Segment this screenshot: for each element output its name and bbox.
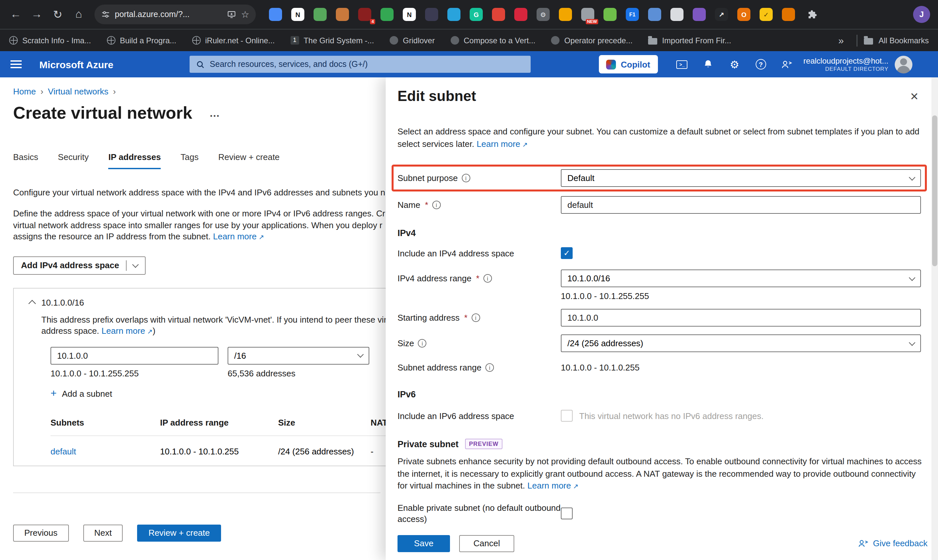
bookmark-item[interactable]: Gridlover <box>390 36 434 45</box>
learn-more-link[interactable]: Learn more↗ <box>213 231 264 241</box>
save-button[interactable]: Save <box>397 535 450 552</box>
extension-icon[interactable]: ✓ <box>759 8 773 21</box>
extension-icon[interactable]: NEW <box>581 8 594 21</box>
page-scrollbar[interactable] <box>932 77 938 560</box>
extensions-puzzle-icon[interactable] <box>802 4 822 25</box>
previous-button[interactable]: Previous <box>13 524 69 541</box>
address-bar[interactable]: portal.azure.com/?... ☆ <box>94 5 256 24</box>
site-settings-tune-icon[interactable] <box>101 10 110 19</box>
chevron-down-icon[interactable] <box>132 261 139 268</box>
cloud-shell-icon[interactable]: >_ <box>672 54 692 74</box>
info-icon[interactable]: i <box>471 314 480 322</box>
search-input[interactable] <box>210 60 524 69</box>
starting-address-label: Starting address * i <box>397 313 561 323</box>
size-select[interactable]: /24 (256 addresses) <box>561 334 921 352</box>
collapse-chevron-icon[interactable] <box>29 300 36 308</box>
address-mask-select[interactable]: /16 <box>228 346 369 364</box>
info-icon[interactable]: i <box>418 339 427 348</box>
azure-avatar[interactable] <box>895 55 913 73</box>
extension-icon[interactable]: N <box>291 8 304 21</box>
extension-icon[interactable]: G <box>470 8 483 21</box>
info-icon[interactable]: i <box>484 274 492 283</box>
give-feedback-link[interactable]: Give feedback <box>858 538 927 548</box>
copilot-button[interactable]: Copilot <box>599 55 658 74</box>
add-ipv4-address-space-button[interactable]: Add IPv4 address space <box>13 256 145 274</box>
home-button[interactable]: ⌂ <box>68 4 89 25</box>
review-create-button[interactable]: Review + create <box>137 524 221 541</box>
bookmark-item[interactable]: Scratch Info - Ima... <box>9 36 91 45</box>
enable-private-subnet-checkbox[interactable] <box>561 507 573 519</box>
private-subnet-learn-more-link[interactable]: Learn more↗ <box>527 481 579 491</box>
cancel-button[interactable]: Cancel <box>459 535 514 552</box>
bookmark-item[interactable]: iRuler.net - Online... <box>192 36 275 45</box>
bookmark-star-icon[interactable]: ☆ <box>241 9 249 20</box>
feedback-icon[interactable] <box>777 54 797 74</box>
extension-icon[interactable]: ⚙ <box>536 8 550 21</box>
starting-address-input[interactable] <box>561 309 921 326</box>
tab-ip-addresses[interactable]: IP addresses <box>109 152 161 169</box>
all-bookmarks-button[interactable]: All Bookmarks <box>864 36 929 45</box>
bookmark-item[interactable]: Operator precede... <box>551 36 633 45</box>
subnet-name-input[interactable] <box>561 196 921 214</box>
extension-icon[interactable] <box>604 8 616 21</box>
azure-search-bar[interactable] <box>189 56 531 73</box>
address-space-input[interactable] <box>51 346 219 364</box>
panel-learn-more-link[interactable]: Learn more↗ <box>476 139 528 149</box>
bookmark-item[interactable]: Compose to a Vert... <box>451 36 536 45</box>
url-text[interactable]: portal.azure.com/?... <box>115 10 223 19</box>
ipv4-range-select[interactable]: 10.1.0.0/16 <box>561 269 921 287</box>
extension-icon[interactable] <box>648 8 661 21</box>
breadcrumb-virtual-networks[interactable]: Virtual networks <box>48 86 109 96</box>
bookmark-item[interactable]: Imported From Fir... <box>648 36 732 45</box>
account-info[interactable]: realcloudprojects@hot... DEFAULT DIRECTO… <box>804 56 889 72</box>
extension-icon[interactable] <box>447 8 461 21</box>
extension-icon[interactable] <box>693 8 706 21</box>
tab-security[interactable]: Security <box>58 152 89 169</box>
extension-icon[interactable] <box>380 8 394 21</box>
help-icon[interactable]: ? <box>751 54 771 74</box>
extension-icon[interactable]: F1 <box>626 8 639 21</box>
forward-button[interactable]: → <box>26 4 47 25</box>
subnet-purpose-select[interactable]: Default <box>561 169 921 187</box>
extension-icon[interactable] <box>492 8 505 21</box>
back-button[interactable]: ← <box>5 4 26 25</box>
extension-icon[interactable] <box>670 8 684 21</box>
next-button[interactable]: Next <box>83 524 123 541</box>
bookmark-item[interactable]: Build a Progra... <box>106 36 176 45</box>
include-ipv4-checkbox[interactable]: ✓ <box>561 247 573 259</box>
info-icon[interactable]: i <box>432 201 441 209</box>
reload-button[interactable]: ↻ <box>47 4 68 25</box>
extension-icon[interactable]: ↗ <box>715 8 728 21</box>
page-kebab-menu[interactable]: … <box>209 107 220 119</box>
extension-icon[interactable] <box>425 8 438 21</box>
extension-icon[interactable]: 4 <box>358 8 371 21</box>
extension-icon[interactable] <box>514 8 527 21</box>
starting-address-row: Starting address * i <box>397 309 921 326</box>
subnet-name-link[interactable]: default <box>51 446 160 456</box>
browser-profile-avatar[interactable]: J <box>913 6 930 23</box>
bookmark-item[interactable]: 1The Grid System -... <box>291 36 374 45</box>
extension-icon[interactable]: N <box>403 8 416 21</box>
tab-review-create[interactable]: Review + create <box>218 152 279 169</box>
warning-learn-more-link[interactable]: Learn more↗ <box>102 326 153 336</box>
scrollbar-thumb[interactable] <box>932 115 937 266</box>
hamburger-menu-icon[interactable] <box>9 58 22 71</box>
tab-basics[interactable]: Basics <box>13 152 39 169</box>
extension-icon[interactable] <box>314 8 327 21</box>
extension-icon[interactable]: O <box>737 8 750 21</box>
breadcrumb-home[interactable]: Home <box>13 86 36 96</box>
bookmarks-overflow-chevron[interactable]: » <box>832 35 850 46</box>
notifications-bell-icon[interactable] <box>699 54 718 74</box>
send-to-device-icon[interactable] <box>227 10 236 19</box>
azure-brand[interactable]: Microsoft Azure <box>39 59 114 70</box>
extension-icon[interactable] <box>269 8 282 21</box>
close-icon[interactable]: × <box>907 88 921 104</box>
search-icon <box>196 60 205 69</box>
extension-icon[interactable] <box>336 8 349 21</box>
tab-tags[interactable]: Tags <box>181 152 199 169</box>
extension-icon[interactable] <box>559 8 572 21</box>
info-icon[interactable]: i <box>485 363 494 372</box>
info-icon[interactable]: i <box>462 174 470 182</box>
extension-icon[interactable] <box>782 8 795 21</box>
settings-gear-icon[interactable]: ⚙ <box>725 54 744 74</box>
